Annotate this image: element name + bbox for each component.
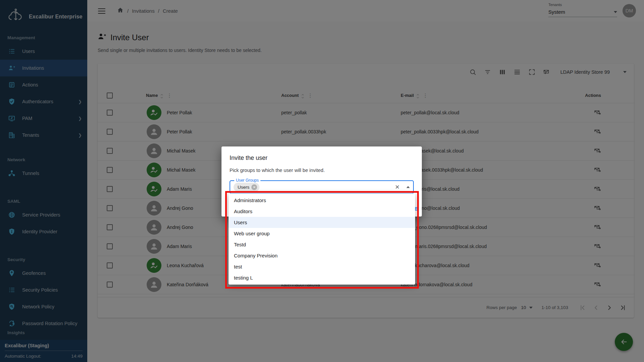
modal-description: Pick groups to which the user will be in… [230,168,414,173]
user-groups-field-label: User Groups [234,178,260,183]
chip-remove-icon[interactable]: ✕ [251,184,257,190]
dropdown-option-administrators[interactable]: Administrators [229,195,415,206]
dropdown-option-testd[interactable]: Testd [229,239,415,250]
user-groups-field[interactable]: User Groups Users ✕ ✕ [230,180,414,194]
clear-field-icon[interactable]: ✕ [395,184,400,191]
users-chip: Users ✕ [234,183,259,192]
dropdown-option-testing-l[interactable]: testing L [229,272,415,283]
screen: Excalibur Enterprise ManagementUsersInvi… [0,0,644,362]
dropdown-option-auditors[interactable]: Auditors [229,206,415,217]
dropdown-option-users[interactable]: Users [229,217,415,228]
dropdown-option-web-user-group[interactable]: Web user group [229,228,415,239]
users-chip-label: Users [238,185,249,190]
modal-title: Invite the user [230,155,414,162]
dropdown-option-test[interactable]: test [229,261,415,272]
user-groups-dropdown: AdministratorsAuditorsUsersWeb user grou… [229,193,415,285]
chevron-up-icon[interactable] [406,186,410,188]
dropdown-option-company-prevision[interactable]: Company Prevision [229,250,415,261]
